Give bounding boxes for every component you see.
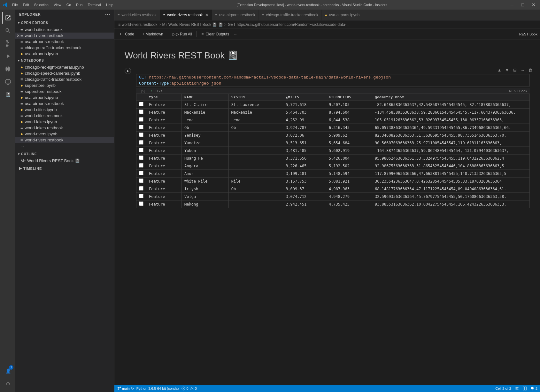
- code-cell-content[interactable]: GET https://raw.githubusercontent.com/Ra…: [136, 74, 530, 87]
- nb-superstore-rb[interactable]: ≡ superstore.restbook: [15, 88, 114, 94]
- cell-checkbox[interactable]: [136, 139, 146, 147]
- cell-checkbox[interactable]: [136, 124, 146, 132]
- cell-delete-button[interactable]: 🗑: [527, 66, 534, 73]
- activity-notebooks[interactable]: 📓: [2, 89, 13, 100]
- cell-km: 4,987.963: [326, 185, 372, 193]
- col-bbox[interactable]: geometry.bbox: [372, 94, 529, 101]
- activity-search[interactable]: [2, 25, 13, 36]
- col-type[interactable]: type: [146, 94, 182, 101]
- toolbar-more-button[interactable]: ···: [232, 31, 239, 37]
- activity-run-debug[interactable]: [2, 50, 13, 62]
- activity-accounts[interactable]: 👤 2: [2, 365, 13, 377]
- nb-world-rivers[interactable]: ● world-rivers.ipynb: [15, 131, 114, 137]
- cell-type: Feature: [146, 124, 182, 132]
- cell-checkbox[interactable]: [136, 185, 146, 193]
- col-km[interactable]: KILOMETERS: [326, 94, 372, 101]
- nb-usa-airports[interactable]: ● usa-airports.ipynb: [15, 94, 114, 101]
- menu-help[interactable]: Help: [104, 2, 115, 7]
- minimize-button[interactable]: ─: [509, 2, 516, 8]
- menu-selection[interactable]: Selection: [32, 2, 50, 7]
- format-icon-item[interactable]: [515, 387, 519, 390]
- cell-checkbox[interactable]: [136, 116, 146, 124]
- breadcrumb-file[interactable]: world-rivers.restbook: [122, 22, 157, 27]
- menu-file[interactable]: File: [10, 2, 20, 7]
- menu-edit[interactable]: Edit: [21, 2, 31, 7]
- svg-text:✕: ✕: [183, 387, 185, 390]
- cell-checkbox[interactable]: [136, 162, 146, 170]
- nb-chicago-red-light[interactable]: ● chicago-red-light-cameras.ipynb: [15, 64, 114, 70]
- activity-explorer[interactable]: [2, 12, 13, 24]
- cell-checkbox[interactable]: [136, 170, 146, 177]
- notebooks-header[interactable]: ▾ NOTEBOOKS: [15, 57, 114, 64]
- nb-chicago-traffic[interactable]: ≡ chicago-traffic-tracker.restbook: [15, 76, 114, 82]
- menu-run[interactable]: Run: [74, 2, 84, 7]
- tab-close-2[interactable]: ✕: [205, 12, 209, 18]
- tab-world-cities[interactable]: ≡ world-cities.restbook: [114, 10, 160, 20]
- nb-world-rivers-rb[interactable]: ≡ world-rivers.restbook: [15, 137, 114, 143]
- notifications-item[interactable]: 2: [530, 387, 537, 390]
- open-editor-chicago-traffic[interactable]: ≡ chicago-traffic-tracker.restbook: [15, 45, 114, 51]
- nb-world-cities[interactable]: ● world-cities.ipynb: [15, 107, 114, 113]
- breadcrumb-section[interactable]: M↑ World Rivers REST Book 📓: [162, 22, 217, 27]
- explorer-more-button[interactable]: ···: [105, 11, 110, 17]
- menu-view[interactable]: View: [52, 2, 63, 7]
- activity-remote[interactable]: [2, 76, 13, 87]
- cell-run-above-button[interactable]: ▲: [496, 66, 503, 73]
- outline-item[interactable]: M↑ World Rivers REST Book 📓: [15, 158, 114, 164]
- python-env-item[interactable]: Python 3.6.5 64-bit (conda): [136, 387, 179, 390]
- maximize-button[interactable]: □: [520, 2, 526, 8]
- timeline-section-header[interactable]: ▶ TIMELINE: [15, 165, 114, 172]
- run-all-button[interactable]: ▷ ▷ Run All: [170, 31, 195, 37]
- errors-item[interactable]: ✕ 0 ! 0: [181, 387, 197, 390]
- nb-world-lakes-rb[interactable]: ≡ world-lakes.restbook: [15, 125, 114, 131]
- nb-superstore[interactable]: ● superstore.ipynb: [15, 82, 114, 88]
- open-editor-usa-airports[interactable]: ≡ usa-airports.restbook: [15, 39, 114, 45]
- cell-run-below-button[interactable]: ▼: [504, 66, 511, 73]
- layout-icon-item[interactable]: [523, 387, 527, 390]
- open-editor-world-rivers[interactable]: ✕ ≡ world-rivers.restbook: [15, 33, 114, 39]
- cell-checkbox[interactable]: [136, 147, 146, 155]
- col-miles[interactable]: ▲MILES: [283, 94, 326, 101]
- clear-outputs-button[interactable]: ≡ Clear Outputs: [199, 31, 232, 37]
- breadcrumb-cell[interactable]: GET https://raw.githubusercontent.com/Ra…: [228, 22, 350, 27]
- cell-checkbox[interactable]: [136, 101, 146, 109]
- more-items-button[interactable]: ···: [15, 143, 114, 149]
- open-editors-header[interactable]: ▾ OPEN EDITORS: [15, 19, 114, 26]
- nb-world-lakes[interactable]: ● world-lakes.ipynb: [15, 119, 114, 125]
- activity-source-control[interactable]: [2, 38, 13, 49]
- nb-chicago-speed[interactable]: ● chicago-speed-cameras.ipynb: [15, 70, 114, 76]
- open-editor-world-cities[interactable]: ≡ world-cities.restbook: [15, 26, 114, 33]
- menu-terminal[interactable]: Terminal: [86, 2, 103, 7]
- cell-info-item[interactable]: Cell 2 of 2: [495, 387, 511, 390]
- cell-checkbox[interactable]: [136, 155, 146, 162]
- git-branch-item[interactable]: main ↻: [117, 387, 134, 391]
- cell-checkbox[interactable]: [136, 193, 146, 200]
- add-markdown-button[interactable]: + + Markdown: [137, 31, 166, 37]
- editor-area: ≡ world-cities.restbook ≡ world-rivers.r…: [114, 10, 540, 392]
- cell-split-button[interactable]: ⊟: [511, 66, 518, 73]
- cell-checkbox[interactable]: [136, 132, 146, 139]
- cell-name: Volga: [182, 193, 229, 200]
- cell-system: [228, 139, 283, 147]
- cell-more-button[interactable]: ···: [519, 66, 526, 73]
- cell-checkbox[interactable]: [136, 200, 146, 208]
- menu-go[interactable]: Go: [65, 2, 73, 7]
- close-button[interactable]: ✕: [530, 2, 537, 8]
- outline-header[interactable]: ▾ OUTLINE: [15, 150, 114, 158]
- col-name[interactable]: NAME: [182, 94, 229, 101]
- cell-checkbox[interactable]: [136, 109, 146, 116]
- tab-usa-airports[interactable]: ≡ usa-airports.restbook: [212, 10, 259, 20]
- nb-usa-airports-rb[interactable]: ≡ usa-airports.restbook: [15, 101, 114, 107]
- col-system[interactable]: SYSTEM: [228, 94, 283, 101]
- activity-extensions[interactable]: [2, 63, 13, 75]
- tab-world-rivers[interactable]: ≡ world-rivers.restbook ✕: [160, 10, 212, 20]
- cell-run-button[interactable]: ▶: [125, 68, 131, 74]
- open-editor-usa-airports-ipynb[interactable]: ● usa-airports.ipynb: [15, 51, 114, 57]
- add-code-button[interactable]: + + Code: [117, 31, 137, 37]
- tab-chicago-traffic[interactable]: ≡ chicago-traffic-tracker.restbook: [259, 10, 322, 20]
- cell-checkbox[interactable]: [136, 177, 146, 185]
- nb-world-cities-rb[interactable]: ≡ world-cities.restbook: [15, 113, 114, 119]
- tab-usa-airports-ipynb[interactable]: ● usa-airports.ipynb: [322, 10, 363, 20]
- activity-settings[interactable]: ⚙: [2, 378, 13, 389]
- close-file-icon[interactable]: ✕: [17, 34, 20, 38]
